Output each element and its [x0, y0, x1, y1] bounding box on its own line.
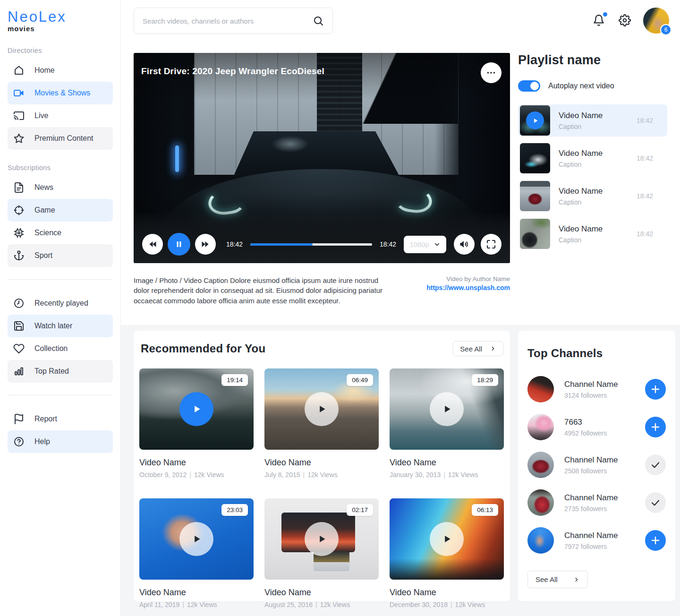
brand-logo[interactable]: NeoLex movies — [0, 0, 120, 33]
sidebar-divider — [8, 395, 113, 395]
subscribe-button[interactable] — [645, 417, 666, 437]
volume-button[interactable] — [454, 234, 475, 255]
channel-followers: 2508 followers — [564, 467, 618, 475]
sidebar-item-home[interactable]: Home — [8, 59, 113, 82]
channel-row[interactable]: 7663 4952 followers — [527, 408, 666, 446]
autoplay-label: Autoplay next video — [548, 82, 614, 90]
volume-icon — [459, 239, 470, 250]
sidebar-item-label: Sport — [34, 251, 52, 260]
duration-badge: 23:03 — [221, 504, 248, 516]
video-thumbnail[interactable]: 06:49 — [264, 368, 379, 450]
subscribe-button[interactable] — [645, 530, 666, 551]
channel-avatar — [527, 489, 554, 516]
sidebar-item-recently-played[interactable]: Recently played — [8, 292, 113, 315]
channel-avatar — [527, 414, 554, 440]
sidebar-item-news[interactable]: News — [8, 176, 113, 199]
recommended-see-all-button[interactable]: See All — [453, 341, 503, 356]
total-time: 18:42 — [380, 240, 396, 248]
autoplay-toggle[interactable] — [518, 80, 540, 92]
plus-icon — [650, 421, 661, 433]
sidebar-item-report[interactable]: Report — [8, 408, 113, 430]
video-card[interactable]: 06:13 Video Name December 30, 2018|12k V… — [390, 498, 504, 608]
fullscreen-button[interactable] — [481, 234, 502, 255]
sidebar-item-movies-shows[interactable]: Movies & Shows — [8, 82, 113, 104]
channel-followers: 2735 followers — [564, 505, 618, 513]
channel-avatar — [527, 527, 554, 554]
playlist-items: Video Name Caption 18:42 Video Name Capt… — [518, 104, 667, 250]
subscribed-button[interactable] — [645, 454, 666, 475]
video-thumbnail[interactable]: 23:03 — [139, 498, 254, 580]
video-meta: January 30, 2013|12k Views — [390, 471, 504, 479]
video-meta: October 9, 2012|12k Views — [139, 471, 254, 479]
sidebar-item-premium-content[interactable]: Premium Content — [8, 127, 113, 150]
sidebar-item-game[interactable]: Game — [8, 199, 113, 222]
channel-row[interactable]: Channel Name 7972 followers — [527, 522, 666, 559]
channels-see-all-button[interactable]: See All — [527, 571, 588, 588]
forward-button[interactable] — [195, 234, 216, 255]
play-button[interactable] — [305, 392, 339, 426]
rewind-button[interactable] — [142, 234, 163, 255]
search-icon[interactable] — [313, 15, 324, 26]
source-link[interactable]: https://www.unsplash.com — [426, 284, 510, 291]
sidebar-item-watch-later[interactable]: Watch later — [8, 315, 113, 337]
avatar-badge: 6 — [660, 24, 672, 35]
play-button[interactable] — [305, 522, 339, 556]
subscribe-button[interactable] — [645, 379, 666, 400]
top-channels-section: Top Channels Channel Name 3124 followers… — [518, 331, 675, 601]
sidebar-item-live[interactable]: Live — [8, 104, 113, 127]
notifications-button[interactable] — [593, 14, 605, 26]
progress-bar[interactable] — [250, 243, 372, 246]
video-thumbnail[interactable]: 06:13 — [390, 498, 504, 580]
recommended-section: Recommended for You See All 19:14 Video … — [134, 331, 510, 601]
video-card[interactable]: 19:14 Video Name October 9, 2012|12k Vie… — [139, 368, 254, 479]
settings-button[interactable] — [619, 14, 631, 26]
play-button[interactable] — [179, 392, 213, 426]
channel-name: Channel Name — [564, 455, 618, 465]
video-card[interactable]: 18:29 Video Name January 30, 2013|12k Vi… — [390, 368, 504, 479]
video-thumbnail[interactable]: 18:29 — [390, 368, 504, 450]
search-input[interactable] — [143, 17, 313, 25]
recommended-grid: 19:14 Video Name October 9, 2012|12k Vie… — [139, 368, 504, 608]
more-options-button[interactable] — [481, 62, 502, 83]
video-card[interactable]: 23:03 Video Name April 11, 2019|12k View… — [139, 498, 254, 608]
video-thumbnail — [520, 143, 550, 173]
toggle-knob — [530, 82, 539, 90]
playlist-item[interactable]: Video Name Caption 18:42 — [518, 142, 667, 174]
playlist-item[interactable]: Video Name Caption 18:42 — [518, 180, 667, 212]
sidebar-item-sport[interactable]: Sport — [8, 244, 113, 267]
channel-row[interactable]: Channel Name 2735 followers — [527, 484, 666, 522]
user-avatar[interactable]: 6 — [643, 8, 669, 34]
quality-label: 1080p — [409, 240, 429, 248]
bar-chart-icon — [13, 366, 25, 377]
video-card[interactable]: 02:17 Video Name August 25, 2016|12k Vie… — [264, 498, 379, 608]
play-button[interactable] — [430, 522, 464, 556]
plus-icon — [650, 535, 661, 546]
playlist-item[interactable]: Video Name Caption 18:42 — [518, 104, 667, 137]
play-button[interactable] — [430, 392, 464, 426]
subscribed-button[interactable] — [645, 492, 666, 513]
video-description: Image / Photo / Video Caption Dolore eiu… — [134, 275, 510, 306]
help-icon — [13, 436, 25, 447]
quality-selector[interactable]: 1080p — [404, 236, 446, 253]
pause-button[interactable] — [168, 233, 190, 256]
sidebar-item-top-rated[interactable]: Top Rated — [8, 360, 113, 383]
duration-badge: 18:29 — [472, 374, 498, 386]
sidebar-item-science[interactable]: Science — [8, 222, 113, 244]
sidebar-item-help[interactable]: Help — [8, 430, 113, 453]
playlist-item[interactable]: Video Name Caption 18:42 — [518, 218, 667, 250]
video-card[interactable]: 06:49 Video Name July 8, 2015|12k Views — [264, 368, 379, 479]
video-player[interactable]: First Drive: 2020 Jeep Wrangler EcoDiese… — [134, 53, 510, 263]
video-thumbnail[interactable]: 02:17 — [264, 498, 379, 580]
check-icon — [650, 497, 661, 508]
play-button[interactable] — [179, 522, 213, 556]
video-thumbnail[interactable]: 19:14 — [139, 368, 254, 450]
channel-row[interactable]: Channel Name 3124 followers — [527, 370, 666, 408]
playlist-item-caption: Caption — [559, 123, 603, 130]
recommended-title: Recommended for You — [141, 342, 265, 355]
current-time: 18:42 — [226, 240, 243, 248]
channel-name: Channel Name — [564, 531, 618, 540]
sidebar-item-label: Game — [34, 206, 55, 214]
sidebar-item-collection[interactable]: Collection — [8, 337, 113, 360]
channel-row[interactable]: Channel Name 2508 followers — [527, 446, 666, 484]
video-name: Video Name — [390, 588, 504, 598]
